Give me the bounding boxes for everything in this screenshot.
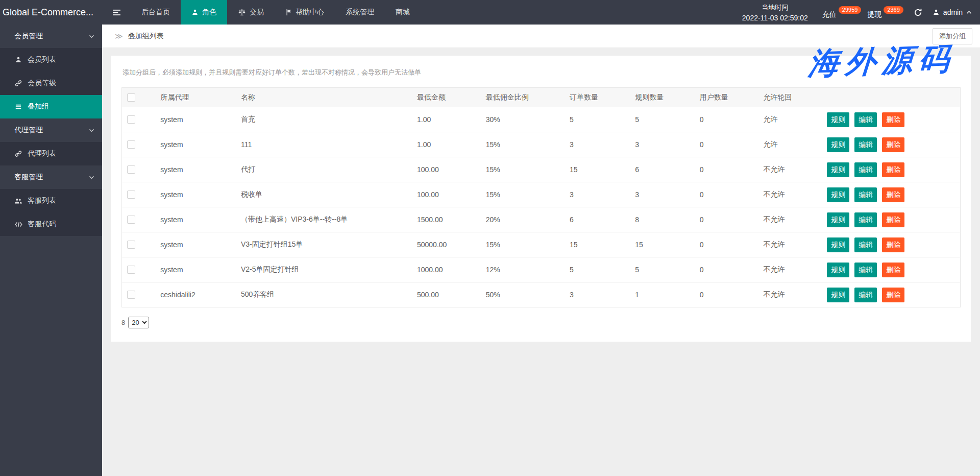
edit-button[interactable]: 编辑 <box>854 162 877 177</box>
link-icon <box>14 150 22 157</box>
top-nav-item-2[interactable]: 角色 <box>181 0 227 25</box>
user-menu[interactable]: admin <box>933 8 972 16</box>
top-nav-item-5[interactable]: 系统管理 <box>335 0 385 25</box>
delete-button[interactable]: 删除 <box>882 237 904 252</box>
top-nav-item-1[interactable]: 后台首页 <box>131 0 181 25</box>
table-row: system税收单100.0015%330不允许规则编辑删除 <box>122 182 961 207</box>
row-checkbox[interactable] <box>127 216 135 224</box>
add-group-button[interactable]: 添加分组 <box>933 28 972 44</box>
sidebar-toggle[interactable] <box>102 0 131 25</box>
sidebar-item-label: 代理列表 <box>28 149 56 158</box>
sidebar: 会员管理会员列表会员等级叠加组代理管理代理列表客服管理客服列表客服代码 <box>0 25 102 476</box>
top-nav-item-3[interactable]: 交易 <box>227 0 275 25</box>
sidebar-group-1[interactable]: 会员管理 <box>0 25 102 48</box>
edit-button[interactable]: 编辑 <box>854 263 877 277</box>
cell-loop: 不允许 <box>758 232 822 257</box>
cell-orders: 6 <box>565 207 630 232</box>
top-nav-item-4[interactable]: 帮助中心 <box>275 0 335 25</box>
column-header: 用户数量 <box>695 88 758 107</box>
delete-button[interactable]: 删除 <box>882 187 904 202</box>
edit-button[interactable]: 编辑 <box>854 187 877 202</box>
table-body: system首充1.0030%550允许规则编辑删除system1111.001… <box>122 107 961 307</box>
rule-button[interactable]: 规则 <box>827 162 849 177</box>
table-row: system1111.0015%330允许规则编辑删除 <box>122 132 961 157</box>
refresh-button[interactable] <box>914 8 922 17</box>
rule-button[interactable]: 规则 <box>827 212 849 227</box>
cell-agent: system <box>155 182 236 207</box>
cell-min_commission: 15% <box>481 132 565 157</box>
sidebar-item-2-1[interactable]: 代理列表 <box>0 142 102 165</box>
recharge-label: 充值 <box>822 10 837 19</box>
cell-agent: system <box>155 207 236 232</box>
row-checkbox[interactable] <box>127 241 135 249</box>
table-row: ceshidalili2500养客组500.0050%310不允许规则编辑删除 <box>122 282 961 307</box>
cell-min_amount: 100.00 <box>412 157 481 182</box>
delete-button[interactable]: 删除 <box>882 162 904 177</box>
cell-min_amount: 1.00 <box>412 132 481 157</box>
rule-button[interactable]: 规则 <box>827 137 849 152</box>
table-row: systemV2-5单固定打针组1000.0012%550不允许规则编辑删除 <box>122 257 961 282</box>
top-nav-item-label: 交易 <box>250 8 264 17</box>
rule-button[interactable]: 规则 <box>827 237 849 252</box>
main-area: ≫ 叠加组列表 添加分组 添加分组后，必须添加规则，并且规则需要对应好订单个数，… <box>102 25 980 476</box>
chevron-down-icon <box>89 35 94 38</box>
sidebar-item-label: 会员列表 <box>28 55 56 64</box>
cell-rules: 1 <box>630 282 695 307</box>
chevron-up-icon <box>966 11 972 14</box>
column-header: 订单数量 <box>565 88 630 107</box>
row-checkbox[interactable] <box>127 191 135 199</box>
cell-rules: 5 <box>630 257 695 282</box>
sidebar-item-1-1[interactable]: 会员列表 <box>0 48 102 72</box>
row-checkbox[interactable] <box>127 291 135 299</box>
cell-min_commission: 15% <box>481 157 565 182</box>
sidebar-item-1-2[interactable]: 会员等级 <box>0 72 102 95</box>
cell-orders: 3 <box>565 182 630 207</box>
row-checkbox[interactable] <box>127 165 135 174</box>
cell-agent: system <box>155 232 236 257</box>
sidebar-item-1-3[interactable]: 叠加组 <box>0 95 102 118</box>
sidebar-group-2[interactable]: 代理管理 <box>0 118 102 142</box>
cell-name: 111 <box>236 132 412 157</box>
delete-button[interactable]: 删除 <box>882 263 904 277</box>
cell-rules: 3 <box>630 132 695 157</box>
sidebar-item-3-1[interactable]: 客服列表 <box>0 189 102 212</box>
edit-button[interactable]: 编辑 <box>854 237 877 252</box>
cell-users: 0 <box>695 107 758 132</box>
delete-button[interactable]: 删除 <box>882 137 904 152</box>
edit-button[interactable]: 编辑 <box>854 137 877 152</box>
select-all-checkbox[interactable] <box>127 93 135 102</box>
rule-button[interactable]: 规则 <box>827 112 849 127</box>
row-checkbox[interactable] <box>127 115 135 124</box>
hamburger-icon <box>112 9 121 16</box>
cell-orders: 15 <box>565 232 630 257</box>
page-size-select[interactable]: 20 <box>128 317 149 328</box>
chevron-down-icon <box>89 176 94 179</box>
row-checkbox[interactable] <box>127 140 135 149</box>
rule-button[interactable]: 规则 <box>827 288 849 302</box>
delete-button[interactable]: 删除 <box>882 212 904 227</box>
cell-agent: system <box>155 157 236 182</box>
top-nav-item-label: 后台首页 <box>141 8 170 17</box>
sidebar-group-3[interactable]: 客服管理 <box>0 165 102 189</box>
cell-agent: system <box>155 257 236 282</box>
note-text: 添加分组后，必须添加规则，并且规则需要对应好订单个数，若出现不对称情况，会导致用… <box>122 68 961 77</box>
cell-users: 0 <box>695 207 758 232</box>
row-checkbox[interactable] <box>127 266 135 274</box>
cell-min_amount: 500.00 <box>412 282 481 307</box>
delete-button[interactable]: 删除 <box>882 288 904 302</box>
recharge-nav-item[interactable]: 充值 29959 <box>822 5 862 19</box>
cell-name: 首充 <box>236 107 412 132</box>
rule-button[interactable]: 规则 <box>827 263 849 277</box>
cell-loop: 允许 <box>758 132 822 157</box>
withdraw-nav-item[interactable]: 提现 2369 <box>867 5 903 19</box>
delete-button[interactable]: 删除 <box>882 112 904 127</box>
sidebar-item-3-2[interactable]: 客服代码 <box>0 212 102 236</box>
cell-min_amount: 1.00 <box>412 107 481 132</box>
rule-button[interactable]: 规则 <box>827 187 849 202</box>
top-nav-item-6[interactable]: 商城 <box>385 0 421 25</box>
column-header: 所属代理 <box>155 88 236 107</box>
edit-button[interactable]: 编辑 <box>854 212 877 227</box>
edit-button[interactable]: 编辑 <box>854 112 877 127</box>
link-icon <box>14 80 22 87</box>
edit-button[interactable]: 编辑 <box>854 288 877 302</box>
